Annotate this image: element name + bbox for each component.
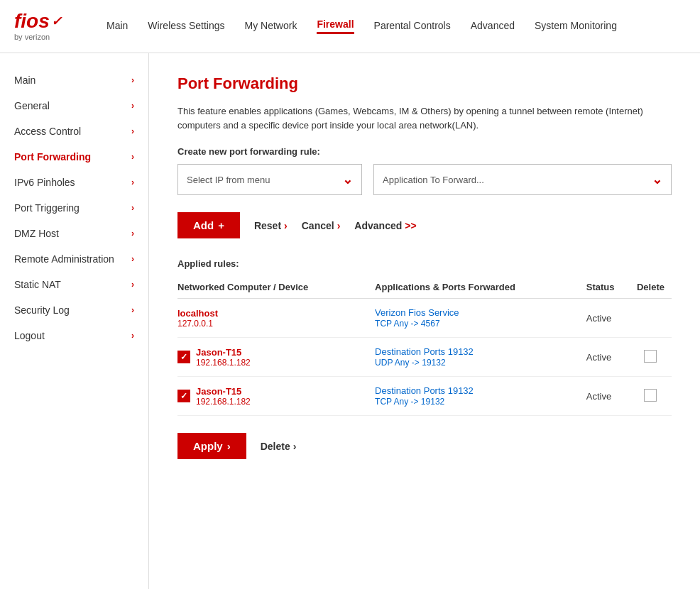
page-title: Port Forwarding [177, 75, 672, 93]
add-button-label: Add [193, 219, 214, 231]
app-name-2: Destination Ports 19132 [375, 385, 474, 396]
advanced-double-arrow-icon: >> [405, 220, 416, 231]
select-app-arrow-icon: ⌄ [652, 172, 662, 187]
delete-cell-1[interactable] [637, 338, 672, 377]
sidebar-label-general: General [14, 100, 50, 111]
advanced-button[interactable]: Advanced >> [354, 220, 416, 231]
nav-my-network[interactable]: My Network [245, 20, 297, 33]
sidebar-item-logout[interactable]: Logout › [0, 323, 148, 348]
sidebar-label-access-control: Access Control [14, 126, 81, 137]
sidebar-label-ipv6-pinholes: IPv6 Pinholes [14, 177, 75, 188]
chevron-icon-access-control: › [131, 126, 134, 136]
row-checkbox-1[interactable]: ✓ [177, 351, 190, 363]
sidebar-label-static-nat: Static NAT [14, 279, 61, 290]
app-cell-2: Destination Ports 19132 TCP Any -> 19132 [375, 377, 586, 416]
row-checkbox-2[interactable]: ✓ [177, 390, 190, 402]
app-name-0: Verizon Fios Service [375, 307, 459, 318]
sidebar-item-static-nat[interactable]: Static NAT › [0, 272, 148, 297]
device-ip-0: 127.0.0.1 [177, 319, 218, 329]
delete-cell-0 [637, 299, 672, 338]
chevron-icon-ipv6-pinholes: › [131, 177, 134, 187]
sidebar-item-security-log[interactable]: Security Log › [0, 297, 148, 323]
select-app-dropdown[interactable]: Application To Forward... ⌄ [373, 164, 672, 195]
delete-button[interactable]: Delete › [261, 441, 297, 452]
status-1: Active [586, 352, 611, 363]
app-detail-0: TCP Any -> 4567 [375, 319, 440, 329]
device-cell-1: ✓ Jason-T15 192.168.1.182 [177, 338, 375, 377]
table-row: ✓ Jason-T15 192.168.1.182 Destination Po… [177, 338, 672, 377]
sidebar-item-port-forwarding[interactable]: Port Forwarding › [0, 144, 148, 170]
reset-button[interactable]: Reset › [254, 220, 288, 231]
nav-system-monitoring[interactable]: System Monitoring [535, 20, 617, 33]
chevron-icon-security-log: › [131, 305, 134, 315]
status-0: Active [586, 313, 611, 324]
apply-button[interactable]: Apply › [177, 433, 246, 459]
nav-advanced[interactable]: Advanced [471, 20, 515, 33]
app-cell-0: Verizon Fios Service TCP Any -> 4567 [375, 299, 586, 338]
main-nav: Main Wireless Settings My Network Firewa… [106, 18, 617, 34]
select-app-text: Application To Forward... [383, 175, 484, 185]
chevron-icon-dmz-host: › [131, 229, 134, 238]
sidebar-item-general[interactable]: General › [0, 93, 148, 119]
app-name-1: Destination Ports 19132 [375, 346, 474, 357]
chevron-icon-main: › [131, 75, 134, 85]
sidebar-item-port-triggering[interactable]: Port Triggering › [0, 195, 148, 221]
sidebar: Main › General › Access Control › Port F… [0, 53, 149, 589]
cancel-label: Cancel [302, 220, 334, 231]
app-cell-1: Destination Ports 19132 UDP Any -> 19132 [375, 338, 586, 377]
header: fios✓ by verizon Main Wireless Settings … [0, 0, 700, 53]
chevron-icon-port-triggering: › [131, 203, 134, 213]
sidebar-label-main: Main [14, 75, 35, 86]
fios-logo: fios✓ [14, 11, 78, 31]
device-name-0: localhost [177, 308, 218, 319]
nav-firewall[interactable]: Firewall [317, 18, 354, 34]
page-description: This feature enables applications (Games… [177, 104, 672, 132]
sidebar-label-port-triggering: Port Triggering [14, 202, 80, 214]
bottom-buttons: Apply › Delete › [177, 433, 672, 459]
status-2: Active [586, 391, 611, 402]
device-name-1: Jason-T15 [196, 347, 251, 358]
delete-checkbox-1[interactable] [644, 350, 657, 363]
action-buttons: Add + Reset › Cancel › Advanced >> [177, 212, 672, 238]
chevron-icon-port-forwarding: › [131, 152, 134, 162]
apply-label: Apply [193, 440, 223, 452]
delete-checkbox-2[interactable] [644, 389, 657, 402]
dropdowns-row: Select IP from menu ⌄ Application To For… [177, 164, 672, 195]
sidebar-label-security-log: Security Log [14, 304, 70, 316]
col-delete: Delete [637, 276, 672, 299]
page-layout: Main › General › Access Control › Port F… [0, 53, 700, 589]
status-cell-0: Active [586, 299, 637, 338]
sidebar-item-main[interactable]: Main › [0, 67, 148, 93]
chevron-icon-static-nat: › [131, 280, 134, 290]
app-detail-1: UDP Any -> 19132 [375, 358, 446, 368]
chevron-icon-remote-admin: › [131, 254, 134, 264]
delete-label: Delete [261, 441, 290, 452]
logo-area: fios✓ by verizon [14, 11, 78, 41]
col-status: Status [586, 276, 637, 299]
chevron-icon-general: › [131, 101, 134, 111]
rules-table: Networked Computer / Device Applications… [177, 276, 672, 416]
device-ip-2: 192.168.1.182 [196, 397, 251, 407]
nav-wireless-settings[interactable]: Wireless Settings [148, 20, 224, 33]
cancel-button[interactable]: Cancel › [302, 220, 341, 231]
delete-cell-2[interactable] [637, 377, 672, 416]
nav-parental-controls[interactable]: Parental Controls [374, 20, 451, 33]
form-label: Create new port forwarding rule: [177, 146, 672, 157]
status-cell-1: Active [586, 338, 637, 377]
select-ip-text: Select IP from menu [187, 175, 270, 185]
reset-arrow-icon: › [284, 220, 288, 231]
sidebar-item-dmz-host[interactable]: DMZ Host › [0, 221, 148, 246]
app-detail-2: TCP Any -> 19132 [375, 397, 444, 407]
sidebar-item-ipv6-pinholes[interactable]: IPv6 Pinholes › [0, 170, 148, 195]
sidebar-item-remote-admin[interactable]: Remote Administration › [0, 246, 148, 272]
device-cell-2: ✓ Jason-T15 192.168.1.182 [177, 377, 375, 416]
status-cell-2: Active [586, 377, 637, 416]
nav-main[interactable]: Main [106, 20, 128, 33]
select-ip-dropdown[interactable]: Select IP from menu ⌄ [177, 164, 362, 195]
table-row: localhost 127.0.0.1 Verizon Fios Service… [177, 299, 672, 338]
advanced-label: Advanced [354, 220, 402, 231]
sidebar-item-access-control[interactable]: Access Control › [0, 119, 148, 144]
apply-arrow-icon: › [227, 440, 231, 452]
add-button[interactable]: Add + [177, 212, 240, 238]
sidebar-label-logout: Logout [14, 330, 45, 341]
